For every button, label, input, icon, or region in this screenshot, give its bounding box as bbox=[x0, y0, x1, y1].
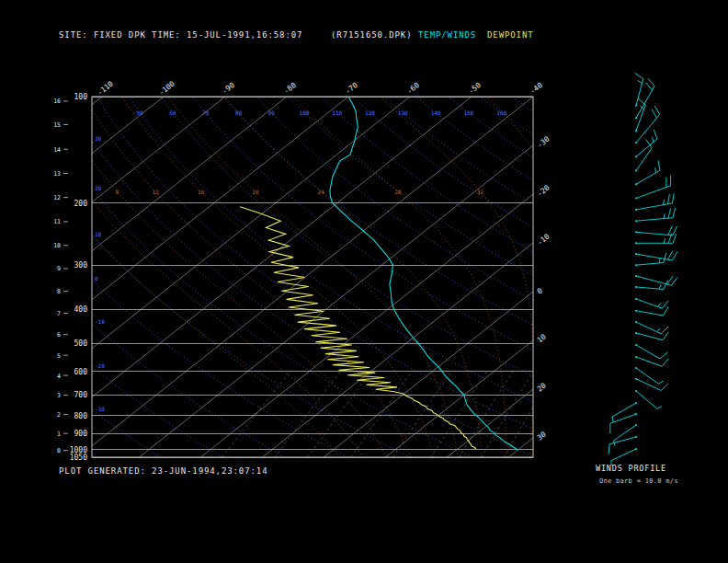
height-km-label: 5 bbox=[57, 352, 61, 360]
wind-barb-origin bbox=[635, 197, 637, 199]
wind-barb-origin bbox=[635, 155, 637, 157]
pressure-tick-label: 300 bbox=[74, 261, 88, 270]
pressure-tick-label: 900 bbox=[74, 430, 88, 438]
pressure-tick-label: 100 bbox=[74, 93, 88, 101]
height-km-label: 12 bbox=[53, 194, 61, 201]
wind-barb-origin bbox=[635, 356, 637, 358]
height-km-label: 14 bbox=[53, 146, 61, 154]
wind-barb-origin bbox=[635, 169, 637, 171]
wind-barb-origin bbox=[635, 220, 637, 222]
dry-adiabat-top-label: 130 bbox=[398, 109, 408, 116]
dry-adiabat-top-label: 100 bbox=[300, 109, 310, 116]
dry-adiabat-top-label: 140 bbox=[431, 109, 441, 116]
wind-barb-origin bbox=[635, 390, 637, 392]
wind-barb-origin bbox=[635, 332, 637, 334]
wind-barb-origin bbox=[635, 275, 637, 277]
wind-barb-origin bbox=[635, 105, 637, 107]
wind-barb-origin bbox=[635, 310, 637, 312]
moist-adiabat-label: 28 bbox=[394, 189, 402, 195]
wind-barb-origin bbox=[635, 264, 637, 266]
wind-barb-origin bbox=[635, 344, 637, 346]
dry-adiabat-top-label: 50 bbox=[136, 109, 143, 116]
dry-adiabat-left-label: -10 bbox=[95, 318, 105, 325]
moist-adiabat-label: 12 bbox=[153, 189, 160, 195]
dewpoint-legend: DEWPOINT bbox=[487, 30, 534, 40]
wind-barb-origin bbox=[635, 378, 637, 380]
height-km-label: 4 bbox=[57, 373, 61, 380]
wind-barb-origin bbox=[635, 402, 637, 404]
wind-barb-origin bbox=[635, 298, 637, 300]
pressure-tick-label: 600 bbox=[74, 368, 88, 376]
pressure-tick-label: 700 bbox=[74, 391, 88, 399]
pressure-tick-label: 800 bbox=[74, 412, 88, 420]
height-km-label: 11 bbox=[53, 218, 61, 225]
dry-adiabat-left-label: -30 bbox=[95, 406, 105, 412]
dry-adiabat-top-label: 90 bbox=[268, 109, 276, 116]
winds-profile-title: WINDS PROFILE bbox=[596, 464, 666, 473]
dry-adiabat-left-label: 20 bbox=[95, 185, 102, 191]
wind-barb-origin bbox=[635, 231, 637, 233]
dry-adiabat-left-label: 30 bbox=[95, 135, 102, 142]
file-id-label: (R7151650.DPK) bbox=[331, 30, 412, 40]
skewt-plot-canvas: SITE: FIXED DPK TIME: 15-JUL-1991,16:58:… bbox=[0, 0, 728, 563]
dry-adiabat-top-label: 60 bbox=[169, 109, 176, 116]
moist-adiabat-label: 32 bbox=[477, 189, 484, 195]
wind-barb-origin bbox=[635, 209, 637, 211]
height-km-label: 0 bbox=[57, 447, 61, 454]
wind-barb-origin bbox=[635, 286, 637, 288]
pressure-tick-label: 400 bbox=[74, 305, 88, 314]
dry-adiabat-left-label: -20 bbox=[95, 362, 105, 369]
dry-adiabat-top-label: 160 bbox=[496, 109, 506, 116]
dry-adiabat-left-label: 10 bbox=[95, 231, 102, 237]
wind-barb-origin bbox=[635, 413, 637, 415]
height-km-label: 7 bbox=[57, 310, 61, 317]
height-km-label: 15 bbox=[53, 121, 61, 129]
dry-adiabat-top-label: 70 bbox=[202, 109, 210, 116]
skewt-app-screen: SITE: FIXED DPK TIME: 15-JUL-1991,16:58:… bbox=[0, 0, 728, 563]
moist-adiabat-label: 16 bbox=[198, 189, 205, 195]
wind-barb-origin bbox=[635, 253, 637, 255]
height-km-label: 8 bbox=[57, 288, 61, 295]
wind-barb-origin bbox=[635, 448, 637, 450]
height-km-label: 2 bbox=[57, 411, 61, 419]
wind-barb-origin bbox=[635, 367, 637, 369]
pressure-tick-label: 200 bbox=[74, 200, 88, 208]
height-km-label: 10 bbox=[53, 242, 61, 249]
moist-adiabat-label: 24 bbox=[318, 189, 325, 195]
wind-barb-origin bbox=[635, 424, 637, 426]
height-km-label: 13 bbox=[53, 170, 61, 178]
pressure-tick-label: 500 bbox=[74, 339, 88, 348]
dry-adiabat-top-label: 150 bbox=[463, 109, 473, 116]
wind-barb-origin bbox=[635, 183, 637, 185]
height-km-label: 9 bbox=[57, 265, 61, 272]
plot-generated-label: PLOT GENERATED: 23-JUN-1994,23:07:14 bbox=[59, 466, 267, 476]
dry-adiabat-left-label: 0 bbox=[95, 275, 98, 282]
wind-barb-origin bbox=[635, 142, 637, 144]
height-km-label: 3 bbox=[57, 392, 61, 399]
pressure-tick-label: 1050 bbox=[70, 454, 87, 462]
wind-barb-origin bbox=[635, 242, 637, 244]
dry-adiabat-top-label: 120 bbox=[365, 109, 375, 116]
moist-adiabat-label: 8 bbox=[115, 189, 119, 195]
height-km-label: 16 bbox=[53, 98, 61, 105]
wind-barb-origin bbox=[635, 436, 637, 438]
moist-adiabat-label: 20 bbox=[252, 189, 259, 195]
dry-adiabat-top-label: 110 bbox=[332, 109, 342, 116]
wind-barb-origin bbox=[635, 321, 637, 323]
wind-barb-origin bbox=[635, 130, 637, 132]
dry-adiabat-top-label: 80 bbox=[235, 109, 243, 116]
wind-barb-origin bbox=[635, 117, 637, 119]
height-km-label: 6 bbox=[57, 331, 61, 339]
winds-legend-note: One barb = 10.0 m/s bbox=[599, 477, 678, 485]
temp-winds-legend: TEMP/WINDS bbox=[418, 30, 476, 40]
height-km-label: 1 bbox=[57, 431, 61, 438]
site-time-label: SITE: FIXED DPK TIME: 15-JUL-1991,16:58:… bbox=[59, 30, 302, 40]
